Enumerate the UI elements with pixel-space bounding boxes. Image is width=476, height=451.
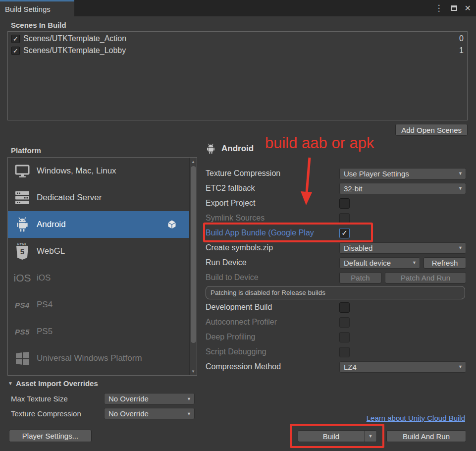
monitor-icon xyxy=(8,165,37,178)
android-settings-rows: Texture Compression Use Player Settings … xyxy=(206,166,467,374)
create-symbols-dropdown[interactable]: Disabled ▼ xyxy=(339,242,466,254)
texture-compression-override-row: Texture Compression No Override ▼ xyxy=(11,408,195,419)
texture-compression-override-dropdown[interactable]: No Override ▼ xyxy=(104,408,195,419)
patching-info-row: Patching is disabled for Release builds xyxy=(206,285,467,300)
build-and-run-button[interactable]: Build And Run xyxy=(386,430,466,442)
platform-item-dedicated-server[interactable]: Dedicated Server xyxy=(8,184,189,211)
checkmark-icon: ✓ xyxy=(341,228,348,237)
platform-label: PS4 xyxy=(37,300,53,310)
chevron-down-icon: ▼ xyxy=(458,171,463,176)
ps4-logo-icon: PS4 xyxy=(8,301,37,309)
platform-label: iOS xyxy=(37,273,51,283)
scroll-down-icon[interactable]: ▼ xyxy=(190,368,197,375)
learn-cloud-build-link[interactable]: Learn about Unity Cloud Build xyxy=(367,414,465,422)
deep-profiling-row: Deep Profiling xyxy=(206,330,467,344)
script-debugging-checkbox[interactable] xyxy=(339,347,350,357)
platform-item-ps5[interactable]: PS5 PS5 xyxy=(8,318,189,345)
platform-item-windows-mac-linux[interactable]: Windows, Mac, Linux xyxy=(8,158,189,184)
chevron-down-icon: ▼ xyxy=(187,411,191,416)
platform-scrollbar[interactable]: ▲ ▼ xyxy=(189,158,197,375)
build-app-bundle-row: Build App Bundle (Google Play ✓ xyxy=(206,226,467,240)
symlink-sources-checkbox[interactable] xyxy=(339,213,350,224)
platform-label: Windows, Mac, Linux xyxy=(37,166,116,176)
texture-compression-row: Texture Compression Use Player Settings … xyxy=(206,166,467,181)
max-texture-size-dropdown[interactable]: No Override ▼ xyxy=(104,393,195,404)
build-button[interactable]: Build xyxy=(298,431,364,442)
autoconnect-profiler-row: Autoconnect Profiler xyxy=(206,315,467,330)
chevron-down-icon: ▼ xyxy=(458,245,463,250)
title-bar: Build Settings ⋮ ✕ xyxy=(0,0,476,16)
scene-index: 1 xyxy=(459,46,464,55)
scene-index: 0 xyxy=(459,34,464,43)
development-build-checkbox[interactable] xyxy=(339,302,350,313)
android-settings-panel: Android Texture Compression Use Player S… xyxy=(206,141,467,374)
patch-button[interactable]: Patch xyxy=(339,272,381,283)
chevron-down-icon: ▼ xyxy=(458,186,463,191)
android-header-icon xyxy=(206,143,216,155)
deep-profiling-checkbox[interactable] xyxy=(339,332,350,342)
autoconnect-profiler-checkbox[interactable] xyxy=(339,317,350,328)
platform-label: WebGL xyxy=(37,246,65,256)
server-icon xyxy=(8,191,37,204)
chevron-down-icon: ▼ xyxy=(187,396,191,401)
window-tab[interactable]: Build Settings xyxy=(0,0,74,16)
scene-label: Scenes/UTKTemplate_Action xyxy=(23,34,459,43)
etc2-fallback-row: ETC2 fallback 32-bit ▼ xyxy=(206,181,467,196)
windows-icon xyxy=(8,352,37,365)
chevron-down-icon: ▼ xyxy=(458,364,463,369)
patching-disabled-notice: Patching is disabled for Release builds xyxy=(206,286,465,299)
refresh-button[interactable]: Refresh xyxy=(423,257,466,269)
scene-checkbox[interactable]: ✓ xyxy=(11,35,20,43)
create-symbols-row: Create symbols.zip Disabled ▼ xyxy=(206,240,467,255)
player-settings-button[interactable]: Player Settings... xyxy=(9,430,92,442)
development-build-row: Development Build xyxy=(206,300,467,315)
platform-header: Platform xyxy=(11,146,41,155)
window-title: Build Settings xyxy=(5,5,51,13)
patch-and-run-button[interactable]: Patch And Run xyxy=(385,272,466,283)
scroll-up-icon[interactable]: ▲ xyxy=(190,158,197,165)
texture-compression-dropdown[interactable]: Use Player Settings ▼ xyxy=(339,168,466,179)
platform-label: Android xyxy=(37,220,66,229)
scenes-list[interactable]: ✓ Scenes/UTKTemplate_Action 0 ✓ Scenes/U… xyxy=(7,31,468,120)
scene-row[interactable]: ✓ Scenes/UTKTemplate_Action 0 xyxy=(8,33,467,45)
asset-import-overrides-header: Asset Import Overrides xyxy=(16,379,98,388)
symlink-sources-row: Symlink Sources xyxy=(206,211,467,226)
platform-item-uwp[interactable]: Universal Windows Platform xyxy=(8,345,189,372)
build-app-bundle-checkbox[interactable]: ✓ xyxy=(339,228,350,238)
android-icon xyxy=(8,217,37,232)
add-open-scenes-button[interactable]: Add Open Scenes xyxy=(395,124,468,136)
build-dropdown-arrow[interactable]: ▼ xyxy=(364,431,376,442)
platform-item-android[interactable]: Android xyxy=(8,211,189,238)
close-icon[interactable]: ✕ xyxy=(465,4,471,12)
export-project-checkbox[interactable] xyxy=(339,198,350,209)
compression-method-dropdown[interactable]: LZ4 ▼ xyxy=(339,361,466,373)
platform-list: Windows, Mac, Linux Dedicated Server xyxy=(7,157,197,376)
texture-compression-override-label: Texture Compression xyxy=(11,409,104,418)
platform-item-ios[interactable]: iOS iOS xyxy=(8,265,189,291)
scene-row[interactable]: ✓ Scenes/UTKTemplate_Lobby 1 xyxy=(8,45,467,56)
platform-label: Dedicated Server xyxy=(37,193,102,203)
html5-icon: HTML 5 xyxy=(8,243,37,260)
platform-item-webgl[interactable]: HTML 5 WebGL xyxy=(8,238,189,265)
annotation-text: build aab or apk xyxy=(265,134,374,152)
kebab-menu-icon[interactable]: ⋮ xyxy=(435,4,443,12)
scrollbar-thumb[interactable] xyxy=(191,166,196,343)
export-project-row: Export Project xyxy=(206,196,467,211)
android-panel-title: Android xyxy=(221,144,254,154)
foldout-triangle-icon: ▼ xyxy=(8,381,13,386)
run-device-row: Run Device Default device ▼ Refresh xyxy=(206,255,467,270)
etc2-fallback-dropdown[interactable]: 32-bit ▼ xyxy=(339,183,466,194)
build-split-button: Build ▼ xyxy=(298,430,377,442)
maximize-icon[interactable] xyxy=(451,5,457,11)
ios-logo-icon: iOS xyxy=(8,272,37,284)
platform-label: PS5 xyxy=(37,327,53,337)
scene-label: Scenes/UTKTemplate_Lobby xyxy=(23,46,459,55)
platform-item-ps4[interactable]: PS4 PS4 xyxy=(8,291,189,318)
asset-import-overrides-foldout[interactable]: ▼ Asset Import Overrides xyxy=(8,379,98,388)
run-device-dropdown[interactable]: Default device ▼ xyxy=(339,257,420,269)
window-controls: ⋮ ✕ xyxy=(435,0,471,16)
unity-logo-icon xyxy=(167,220,176,229)
svg-text:5: 5 xyxy=(20,247,24,256)
scene-checkbox[interactable]: ✓ xyxy=(11,47,20,55)
platform-label: Universal Windows Platform xyxy=(37,353,142,363)
